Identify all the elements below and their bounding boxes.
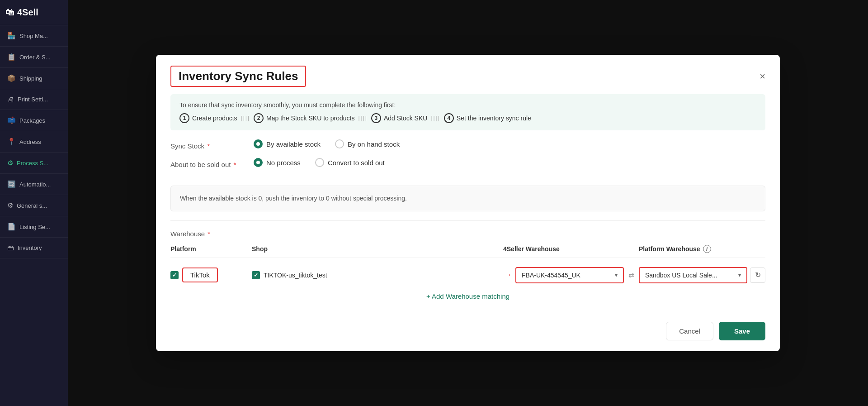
sync-stock-label: Sync Stock * [170,139,243,150]
sidebar-item-inventory[interactable]: 🗃Inventory [0,238,68,258]
step-sep-3: |||| [431,115,440,121]
sidebar-icon-listing-se: 📄 [7,223,16,231]
chevron-down-icon: ▾ [615,272,618,278]
shop-cell: TIKTOK-us_tiktok_test [252,271,500,279]
info-banner: To ensure that sync inventory smoothly, … [170,94,765,130]
sidebar-item-print-settings[interactable]: 🖨Print Setti... [0,89,68,110]
sold-out-row: About to be sold out * No process Conver… [170,158,765,168]
divider [170,220,765,221]
sidebar-label-automation: Automatio... [19,181,51,188]
radio-by-on-hand[interactable]: By on hand stock [335,139,400,148]
shop-checkbox[interactable] [252,271,260,279]
logo-text: 4Sell [17,7,38,18]
save-button[interactable]: Save [719,322,765,340]
logo-icon: 🛍 [5,7,14,18]
sold-out-label: About to be sold out * [170,158,243,168]
info-icon: i [703,245,711,253]
sidebar-item-listing-se[interactable]: 📄Listing Se... [0,216,68,238]
sidebar-icon-inventory: 🗃 [7,244,14,252]
seller-warehouse-value: FBA-UK-454545_UK [522,272,615,279]
warehouse-label: Warehouse * [170,230,765,238]
sidebar-icon-address: 📍 [7,138,16,146]
sidebar-item-shop-management[interactable]: 🏪Shop Ma... [0,25,68,47]
step-sep-2: |||| [358,115,367,121]
sidebar-icon-general-s: ⚙ [7,201,13,210]
sidebar-label-address: Address [19,139,41,145]
add-warehouse-button[interactable]: + Add Warehouse matching [170,287,765,306]
warehouse-table: Platform Shop 4Seller Warehouse Platform… [170,245,765,287]
arrow-icon-1: → [504,270,512,280]
radio-btn-available[interactable] [254,139,263,148]
table-header: Platform Shop 4Seller Warehouse Platform… [170,245,765,258]
sidebar-item-packages[interactable]: 📫Packages [0,110,68,131]
radio-convert-sold-out[interactable]: Convert to sold out [315,158,385,167]
step-3: 3 Add Stock SKU [371,113,428,123]
sidebar-icon-packages: 📫 [7,116,16,124]
sidebar-item-process-s[interactable]: ⚙Process S... [0,153,68,174]
radio-no-process[interactable]: No process [254,158,301,167]
sidebar-item-shipping[interactable]: 📦Shipping [0,68,68,89]
col-platform-header: Platform [170,245,252,253]
radio-label-on-hand: By on hand stock [348,140,400,148]
platform-name: TikTok [182,267,218,282]
col-platform-wh-header: Platform Warehouse i [639,245,765,253]
sidebar-logo: 🛍 4Sell [0,0,68,25]
sidebar-item-order-sync[interactable]: 📋Order & S... [0,47,68,68]
modal-overlay: Inventory Sync Rules × To ensure that sy… [68,0,868,406]
platform-warehouse-select[interactable]: Sandbox US Local Sale... ▾ [639,267,747,283]
sidebar-label-general-s: General s... [17,202,47,209]
radio-label-convert: Convert to sold out [328,159,385,167]
sidebar-label-packages: Packages [19,117,45,124]
sidebar-icon-order-sync: 📋 [7,53,16,61]
sidebar-item-address[interactable]: 📍Address [0,131,68,153]
platform-checkbox[interactable] [170,271,179,279]
radio-label-available: By available stock [266,140,321,148]
sidebar-item-general-s[interactable]: ⚙General s... [0,195,68,216]
sidebar-label-listing-se: Listing Se... [19,224,50,230]
step-1: 1 Create products [179,113,237,123]
sync-stock-section: Sync Stock * By available stock By on ha… [156,130,780,186]
info-text: When the available stock is 0, push the … [180,195,407,202]
main-area: Inventory Sync Rules × To ensure that sy… [68,0,868,406]
cancel-button[interactable]: Cancel [666,322,713,340]
sidebar-icon-shipping: 📦 [7,74,16,82]
modal-header: Inventory Sync Rules × [156,55,780,94]
platform-warehouse-value: Sandbox US Local Sale... [645,272,738,279]
refresh-button[interactable]: ↻ [750,267,765,283]
sidebar-icon-process-s: ⚙ [7,159,13,167]
step-1-label: Create products [192,115,237,122]
modal-footer: Cancel Save [156,315,780,351]
warehouse-section: Warehouse * Platform Shop 4Seller Wareho… [156,230,780,315]
platform-cell: TikTok [170,267,252,282]
table-row: TikTok TIKTOK-us_tiktok_test → FBA-UK-45… [170,263,765,287]
sync-stock-radio-group: By available stock By on hand stock [254,139,400,148]
sidebar-label-order-sync: Order & S... [19,54,51,61]
sidebar-icon-print-settings: 🖨 [7,96,14,103]
radio-btn-convert[interactable] [315,158,324,167]
radio-label-no-process: No process [266,159,301,167]
col-warehouse-header: 4Seller Warehouse [503,245,639,253]
shop-name: TIKTOK-us_tiktok_test [264,272,327,279]
step-2-label: Map the Stock SKU to products [266,115,354,122]
swap-icon: ⇄ [628,271,634,279]
sidebar-label-shop-management: Shop Ma... [19,33,48,39]
chevron-down-icon-2: ▾ [738,272,741,278]
radio-by-available[interactable]: By available stock [254,139,321,148]
radio-btn-on-hand[interactable] [335,139,344,148]
close-button[interactable]: × [760,72,765,81]
info-text-box: When the available stock is 0, push the … [170,186,765,211]
sidebar: 🛍 4Sell 🏪Shop Ma...📋Order & S...📦Shippin… [0,0,68,406]
seller-warehouse-select[interactable]: FBA-UK-454545_UK ▾ [515,267,624,283]
sidebar-label-process-s: Process S... [17,160,48,167]
modal: Inventory Sync Rules × To ensure that sy… [156,55,780,351]
steps: 1 Create products |||| 2 Map the Stock S… [179,113,756,123]
sidebar-label-inventory: Inventory [18,244,42,251]
info-banner-text: To ensure that sync inventory smoothly, … [179,101,756,109]
sidebar-icon-shop-management: 🏪 [7,32,16,40]
sold-out-radio-group: No process Convert to sold out [254,158,385,167]
col-shop-header: Shop [252,245,503,253]
radio-btn-no-process[interactable] [254,158,263,167]
sidebar-label-print-settings: Print Setti... [18,96,48,103]
sidebar-label-shipping: Shipping [19,75,42,82]
sidebar-item-automation[interactable]: 🔄Automatio... [0,174,68,195]
